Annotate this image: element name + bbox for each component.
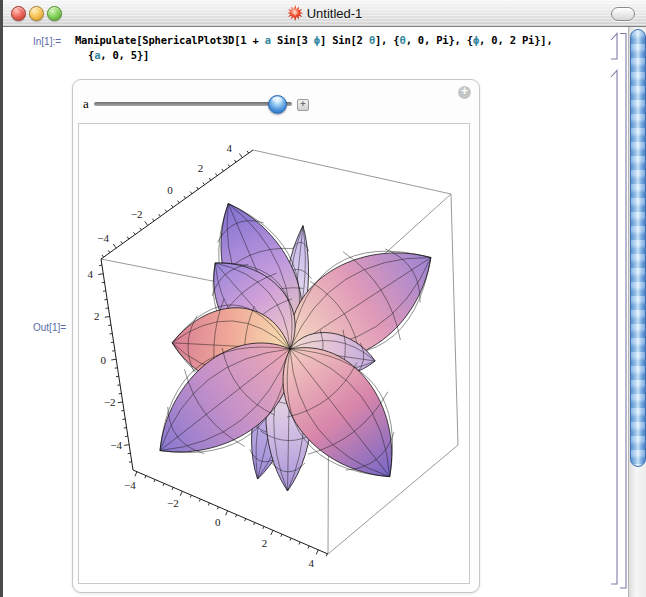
axis-tick [135,472,137,477]
axis-tick [178,201,180,203]
axis-tick [102,255,104,257]
axis-tick [203,182,205,184]
code-line[interactable]: Manipulate[SphericalPlot3D[1 + a Sin[3 ϕ… [75,34,553,46]
code-segment: ], { [375,34,400,46]
desktop-background: Untitled-1 In[1]:= Manipulate[SphericalP… [0,0,646,597]
axis-tick [165,210,167,212]
slider-thumb[interactable] [268,95,287,114]
axis-tick [228,164,230,166]
axis-tick-label: −2 [104,396,116,408]
axis-tick-label: −4 [124,479,136,491]
axis-tick [127,237,129,239]
axis-tick-label: 2 [198,162,204,174]
axis-tick [171,205,173,207]
axis-tick-label: −4 [110,439,122,451]
plot-box-edge [451,194,458,445]
axis-tick [326,554,327,557]
axis-tick [163,483,164,486]
axis-tick [234,160,236,162]
mathematica-window: Untitled-1 In[1]:= Manipulate[SphericalP… [3,0,646,597]
axis-tick [245,519,246,522]
slider-variable-label: a [83,96,89,112]
vertical-scrollbar-track[interactable] [628,27,646,597]
axis-tick [133,232,135,234]
axis-tick-label: 0 [215,516,221,528]
axis-tick [217,507,218,510]
in-label: In[1]:= [33,36,61,47]
axis-tick [124,445,129,446]
plot-box-edge [253,150,451,194]
axis-tick [197,187,199,189]
axis-tick [140,228,142,230]
code-line[interactable]: {a, 0, 5}] [88,49,149,61]
axis-tick [180,491,182,496]
axis-tick [247,151,249,153]
axis-tick-label: 4 [309,557,315,569]
cell-bracket-input[interactable] [611,34,617,60]
axis-tick [226,511,228,516]
axis-tick [159,214,161,216]
notebook-content: In[1]:= Manipulate[SphericalPlot3D[1 + a… [3,27,646,597]
zoom-button[interactable] [47,6,62,21]
title-bar[interactable]: Untitled-1 [3,0,646,27]
axis-tick [145,221,148,225]
axis-tick [281,534,282,537]
axis-tick [105,316,110,317]
axis-tick-label: 4 [227,142,233,154]
axis-tick-label: −4 [97,232,109,244]
axis-tick [190,192,192,194]
axis-tick [236,515,237,518]
axis-tick [172,487,173,490]
close-button[interactable] [11,6,26,21]
axis-tick [199,499,200,502]
axis-tick [111,359,116,360]
axis-tick-label: 0 [167,184,173,196]
window-title-group: Untitled-1 [287,0,363,26]
axis-tick [145,476,146,479]
desktop-edge [0,0,3,597]
axis-tick [308,546,309,549]
cell-bracket-group[interactable] [620,34,626,589]
axis-tick [184,196,186,198]
manipulate-settings-icon[interactable] [458,86,471,99]
axis-tick-label: −2 [167,497,179,509]
cell-bracket-output[interactable] [611,71,617,585]
axis-tick [209,178,211,180]
axis-tick [154,479,155,482]
x-axis [133,470,328,554]
axis-tick-label: 2 [94,310,100,322]
minimize-button[interactable] [29,6,44,21]
axis-tick [108,250,110,252]
axis-tick [113,244,116,248]
axis-tick [121,241,123,243]
axis-tick [118,402,123,403]
plot-frame: 420−2−4−4−2024−4−2024 [78,123,470,584]
axis-tick-label: 2 [262,537,268,549]
axis-tick [222,169,224,171]
slider-track[interactable] [94,102,292,106]
axis-tick [263,526,264,529]
axis-tick [239,154,242,158]
window-title: Untitled-1 [307,6,363,21]
axis-tick [190,495,191,498]
code-segment: ] Sin[2 [320,34,369,46]
manipulate-panel: a + 420−2−4−4−2024−4−2024 [72,79,480,593]
axis-tick [271,530,273,535]
vertical-scrollbar-thumb[interactable] [630,29,646,467]
toolbar-toggle-button[interactable] [611,7,635,21]
axis-tick [254,522,255,525]
out-label: Out[1]= [33,322,66,333]
code-segment: , 0, 5}] [100,49,149,61]
axis-tick [215,173,217,175]
axis-tick-label: 4 [87,268,93,280]
spherical-plot-3d[interactable]: 420−2−4−4−2024−4−2024 [79,124,469,583]
code-segment: , 0, 2 Pi}], [479,34,552,46]
axis-tick-label: −2 [131,208,143,220]
axis-tick [316,550,318,555]
mathematica-spikey-icon [287,5,303,21]
axis-tick [98,274,103,275]
axis-tick [290,538,291,541]
code-segment: Sin[3 [271,34,314,46]
axis-tick [299,542,300,545]
slider-expander-button[interactable]: + [297,99,309,111]
